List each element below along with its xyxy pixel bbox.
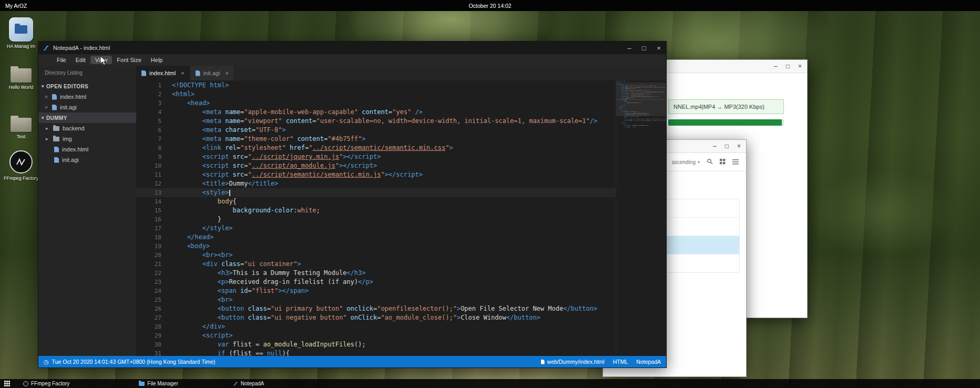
conversion-progress	[668, 119, 784, 126]
code-text: }	[172, 215, 221, 224]
close-icon[interactable]: ×	[44, 94, 49, 100]
notepada-window[interactable]: NotepadA - index.html – □ × FileEditView…	[38, 41, 667, 368]
tree-item-init-agi[interactable]: init.agi	[38, 155, 136, 165]
tree-item-index-html[interactable]: index.html	[38, 144, 136, 155]
code-line: 20 <br><br>	[136, 251, 616, 260]
tab-bar: index.html×init.agi×	[136, 66, 666, 80]
menu-help[interactable]: Help	[146, 56, 168, 64]
file-icon	[196, 70, 200, 76]
desktop-icon-label: Test	[3, 134, 39, 140]
tab-index-html[interactable]: index.html×	[136, 66, 190, 80]
tab-label: index.html	[149, 70, 176, 76]
maximize-button[interactable]: □	[637, 42, 651, 54]
line-number: 16	[136, 215, 172, 224]
search-icon[interactable]	[707, 157, 713, 167]
clock-icon: ◷	[44, 359, 49, 365]
menu-file[interactable]: File	[52, 56, 71, 64]
tree-item-backend[interactable]: ▸backend	[38, 123, 136, 134]
line-number: 13	[136, 188, 172, 197]
notepada-titlebar[interactable]: NotepadA - index.html – □ ×	[38, 42, 666, 54]
code-line: 2<html>	[136, 90, 616, 99]
notepada-logo-icon	[233, 381, 238, 386]
code-line: 11 <script src="../script/semantic/seman…	[136, 170, 616, 179]
desktop-icon-label: FFmpeg Factory	[3, 176, 39, 181]
open-editor-name: index.html	[60, 94, 86, 100]
open-editor-item[interactable]: ×init.agi	[38, 102, 136, 113]
desktop-icon-ha-manager[interactable]: HA Manag im	[3, 17, 39, 49]
minimize-button[interactable]: –	[774, 63, 778, 69]
line-number: 27	[136, 313, 172, 322]
code-text: <span id="flist"></span>	[172, 287, 309, 295]
code-editor[interactable]: 1<!DOCTYPE html>2<html>3 <head>4 <meta n…	[136, 80, 666, 356]
desktop-icon-hello-world[interactable]: Hello World	[3, 68, 39, 90]
tree-item-name: index.html	[62, 146, 88, 152]
code-text: <head>	[172, 99, 210, 108]
ffmpeg-icon	[9, 150, 33, 173]
menu-view[interactable]: View	[90, 56, 113, 64]
code-line: 7 <meta name="theme-color" content="#4b7…	[136, 135, 616, 144]
chevron-right-icon: ▸	[46, 126, 50, 131]
line-number: 30	[136, 340, 172, 349]
menu-edit[interactable]: Edit	[71, 56, 90, 64]
maximize-button[interactable]: □	[786, 63, 790, 69]
folder-icon	[53, 126, 59, 131]
taskbar-item-ffmpeg-factory[interactable]: FFmpeg Factory	[20, 381, 73, 386]
status-file-path[interactable]: web/Dummy/index.html	[541, 359, 605, 365]
line-number: 10	[136, 161, 172, 170]
close-icon[interactable]: ×	[44, 104, 49, 110]
minimap[interactable]: 1<!DOCTYPE html>2<html>3 <head>4 <meta n…	[616, 80, 666, 356]
menu-font-size[interactable]: Font Size	[112, 56, 146, 64]
code-line: 5 <meta name="viewport" content="user-sc…	[136, 117, 616, 126]
code-text: <br>	[172, 295, 233, 304]
list-view-icon[interactable]	[732, 157, 739, 167]
code-text: <!DOCTYPE html>	[172, 81, 229, 90]
chevron-down-icon: ▾	[42, 115, 44, 120]
code-text: <meta name="apple-mobile-web-app-capable…	[172, 108, 423, 117]
line-number: 4	[136, 108, 172, 117]
taskbar-item-notepada[interactable]: NotepadA	[230, 381, 267, 386]
code-text: <button class="ui primary button" onclic…	[172, 304, 597, 313]
code-line: 4 <meta name="apple-mobile-web-app-capab…	[136, 108, 616, 117]
grid-view-icon[interactable]	[720, 157, 726, 167]
close-icon[interactable]: ×	[225, 70, 228, 76]
close-button[interactable]: ×	[737, 143, 741, 149]
code-line: 14 body{	[136, 197, 616, 206]
start-menu-button[interactable]	[0, 381, 14, 386]
code-text: <meta charset="UTF-8">	[172, 126, 286, 135]
minimize-button[interactable]: –	[713, 143, 717, 149]
file-icon	[52, 105, 57, 110]
status-bar: ◷ Tue Oct 20 2020 14:01:43 GMT+0800 (Hon…	[38, 356, 666, 367]
maximize-button[interactable]: □	[725, 143, 729, 149]
sort-dropdown[interactable]: ascending ▾	[671, 159, 700, 165]
close-icon[interactable]: ×	[181, 70, 184, 76]
code-line: 22 <h3>This is a Dummy Testing Module</h…	[136, 269, 616, 278]
open-editor-item[interactable]: ×index.html	[38, 91, 136, 102]
code-text: <html>	[172, 90, 195, 99]
status-language[interactable]: HTML	[613, 359, 628, 365]
desktop-icon-test[interactable]: Test	[3, 118, 39, 140]
desktop-icon-ffmpeg-factory[interactable]: FFmpeg Factory	[3, 150, 39, 181]
close-button[interactable]: ×	[651, 42, 666, 54]
folder-glyph-icon	[15, 25, 27, 34]
open-editors-section[interactable]: ▾ OPEN EDITORS	[38, 81, 136, 91]
minimize-button[interactable]: –	[622, 42, 637, 54]
tab-init-agi[interactable]: init.agi×	[190, 66, 234, 80]
notepada-logo-icon	[43, 45, 49, 52]
code-line: 18 </head>	[136, 233, 616, 242]
line-number: 21	[136, 260, 172, 269]
taskbar-item-file-manager[interactable]: File Manager	[136, 381, 181, 386]
aroz-menu-button[interactable]: My ArOZ	[0, 3, 27, 9]
line-number: 23	[136, 278, 172, 287]
close-button[interactable]: ×	[798, 63, 802, 69]
line-number: 6	[136, 126, 172, 135]
taskbar: FFmpeg FactoryFile ManagerNotepadA	[0, 379, 980, 388]
line-number: 22	[136, 269, 172, 278]
line-number: 20	[136, 251, 172, 260]
code-line: 12 <title>Dummy</title>	[136, 179, 616, 188]
folder-icon	[11, 68, 32, 83]
code-line: 16 }	[136, 215, 616, 224]
tree-item-img[interactable]: ▸img	[38, 134, 136, 144]
line-number: 7	[136, 135, 172, 144]
project-section[interactable]: ▾ DUMMY	[38, 113, 136, 123]
open-editors-label: OPEN EDITORS	[46, 84, 88, 89]
